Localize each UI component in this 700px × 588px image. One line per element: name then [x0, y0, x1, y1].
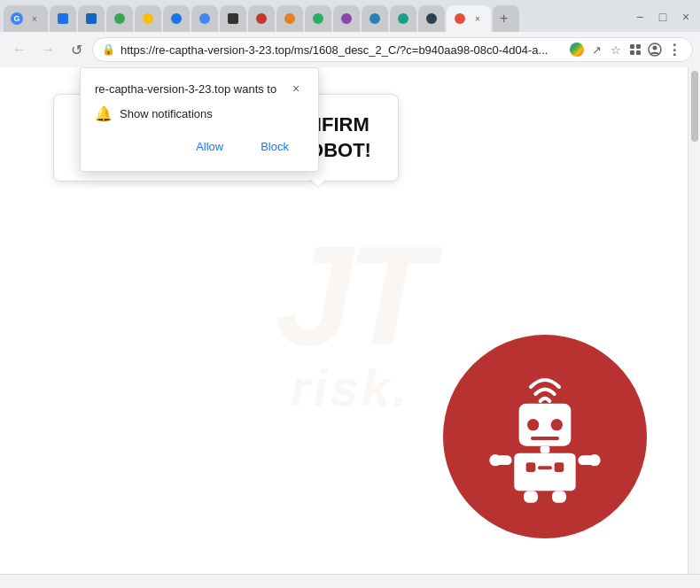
tab-favicon-4 — [113, 12, 126, 25]
address-bar-icons: ↗ ☆ ⋮ — [568, 41, 683, 58]
tab-favicon-9 — [255, 12, 268, 25]
tab-1[interactable]: G × — [4, 5, 48, 32]
svg-rect-20 — [552, 491, 566, 502]
popup-close-button[interactable]: × — [288, 81, 304, 97]
popup-buttons: Allow Block — [95, 135, 304, 159]
block-button[interactable]: Block — [245, 135, 304, 159]
tab-6[interactable] — [163, 5, 190, 32]
tab-9[interactable] — [248, 5, 275, 32]
tab-favicon-13 — [369, 12, 381, 25]
close-button[interactable]: × — [675, 6, 696, 27]
google-icon[interactable] — [568, 41, 586, 58]
tab-favicon-2 — [57, 12, 69, 25]
tab-8[interactable] — [220, 5, 246, 32]
browser-window: G × — [0, 0, 700, 588]
lock-icon: 🔒 — [102, 43, 115, 56]
maximize-button[interactable]: □ — [652, 6, 673, 27]
address-text: https://re-captha-version-3-23.top/ms/16… — [121, 43, 563, 57]
svg-rect-3 — [636, 50, 641, 55]
back-button[interactable]: ← — [7, 37, 32, 62]
page-content: JT risk. CLICK «ALLOW» TO CONFIRM THAT Y… — [0, 67, 700, 574]
allow-button[interactable]: Allow — [181, 135, 238, 159]
popup-permission-row: 🔔 Show notifications — [95, 105, 304, 122]
svg-point-18 — [588, 454, 600, 466]
popup-title: re-captha-version-3-23.top wants to — [95, 82, 288, 96]
extensions-icon[interactable] — [626, 41, 644, 58]
tab-favicon-5 — [142, 12, 154, 25]
tab-active[interactable]: × — [447, 5, 491, 32]
svg-rect-1 — [636, 44, 641, 49]
forward-button[interactable]: → — [35, 37, 60, 62]
tab-13[interactable] — [362, 5, 388, 32]
popup-permission-text: Show notifications — [120, 107, 213, 120]
tab-10[interactable] — [276, 5, 303, 32]
svg-rect-10 — [541, 446, 550, 453]
tab-favicon-6 — [170, 12, 183, 25]
tab-favicon-14 — [397, 12, 409, 25]
svg-rect-13 — [555, 462, 564, 472]
svg-rect-19 — [524, 491, 538, 502]
menu-icon[interactable]: ⋮ — [665, 41, 683, 58]
svg-rect-2 — [630, 50, 634, 55]
tab-favicon-10 — [284, 12, 296, 25]
scrollbar-thumb[interactable] — [691, 71, 698, 142]
tab-bar: G × — [0, 0, 700, 32]
bookmark-icon[interactable]: ☆ — [607, 41, 625, 58]
tab-3[interactable] — [78, 5, 105, 32]
tab-15[interactable] — [418, 5, 445, 32]
tab-favicon-12 — [340, 12, 353, 25]
svg-point-5 — [653, 46, 657, 50]
popup-header: re-captha-version-3-23.top wants to × — [95, 81, 304, 97]
svg-rect-12 — [526, 462, 536, 472]
tab-close-1[interactable]: × — [28, 12, 41, 25]
watermark-logo: JT — [275, 225, 426, 367]
svg-point-7 — [527, 419, 539, 430]
bottom-bar — [0, 574, 700, 588]
bell-icon: 🔔 — [95, 105, 113, 122]
tab-new[interactable]: + — [493, 5, 519, 32]
tab-favicon-active — [454, 12, 466, 25]
reload-button[interactable]: ↺ — [64, 37, 89, 62]
robot-circle — [443, 335, 647, 538]
share-icon[interactable]: ↗ — [587, 41, 605, 58]
svg-point-8 — [551, 419, 563, 430]
tab-11[interactable] — [305, 5, 331, 32]
profile-icon[interactable] — [646, 41, 664, 58]
tab-14[interactable] — [390, 5, 416, 32]
svg-rect-0 — [630, 44, 634, 49]
tab-favicon-1: G — [11, 12, 23, 25]
tab-12[interactable] — [333, 5, 360, 32]
svg-rect-9 — [531, 437, 559, 440]
tab-5[interactable] — [135, 5, 161, 32]
tab-list: G × — [4, 5, 627, 32]
tab-favicon-15 — [425, 12, 438, 25]
tab-favicon-7 — [198, 12, 211, 25]
minimize-button[interactable]: − — [629, 6, 650, 27]
notification-popup: re-captha-version-3-23.top wants to × 🔔 … — [80, 67, 319, 172]
tab-close-active[interactable]: × — [471, 12, 484, 25]
watermark-text: risk. — [291, 358, 409, 417]
tab-7[interactable] — [191, 5, 218, 32]
robot-icon — [483, 366, 607, 507]
tab-favicon-11 — [312, 12, 324, 25]
scrollbar[interactable] — [688, 67, 700, 574]
nav-bar: ← → ↺ 🔒 https://re-captha-version-3-23.t… — [0, 32, 700, 67]
tab-2[interactable] — [50, 5, 76, 32]
tab-favicon-3 — [85, 12, 97, 25]
tab-favicon-8 — [227, 12, 239, 25]
tab-4[interactable] — [106, 5, 133, 32]
svg-rect-11 — [514, 453, 575, 491]
svg-point-16 — [489, 454, 501, 466]
address-bar[interactable]: 🔒 https://re-captha-version-3-23.top/ms/… — [92, 37, 693, 62]
svg-rect-14 — [538, 466, 552, 469]
window-controls: − □ × — [629, 6, 696, 31]
